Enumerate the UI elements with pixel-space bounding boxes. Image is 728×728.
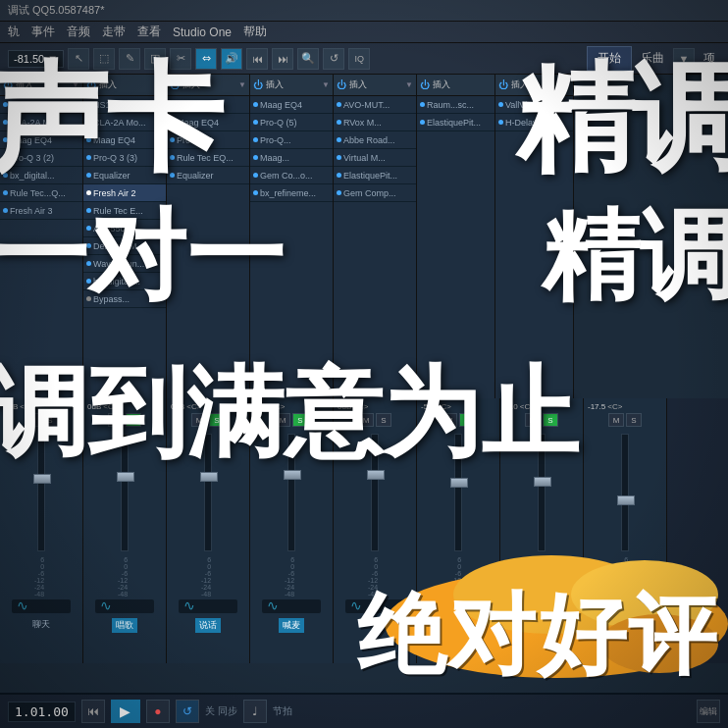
power-icon-1[interactable]: ⏻ — [3, 79, 13, 90]
expand-icon-4[interactable]: ▼ — [322, 80, 330, 89]
plugin-maag-4[interactable]: Maag... — [250, 149, 333, 167]
fader-track-7[interactable] — [538, 434, 546, 551]
power-icon-6[interactable]: ⏻ — [420, 79, 430, 90]
plugin-proq-4[interactable]: Pro-Q... — [250, 131, 333, 149]
plugin-bxdigital-1[interactable]: bx_digital... — [0, 167, 82, 184]
fader-handle-8[interactable] — [617, 495, 635, 505]
expand-icon-5[interactable]: ▼ — [405, 80, 413, 89]
mute-btn-6[interactable]: M — [442, 413, 457, 427]
iq-btn[interactable]: IQ — [348, 48, 370, 70]
fader-track-2[interactable] — [121, 434, 129, 551]
plugin-cla2a-1[interactable]: CLA-2A Mo... — [0, 114, 82, 131]
power-icon-5[interactable]: ⏻ — [337, 79, 346, 90]
mute-btn-5[interactable]: M — [358, 413, 374, 427]
cursor-tool-btn[interactable]: ↖ — [68, 48, 89, 70]
plugin-bypass-2[interactable]: Bypass... — [83, 290, 166, 308]
fader-handle-2[interactable] — [117, 472, 134, 482]
fader-track-6[interactable] — [454, 434, 462, 551]
expand-icon-2[interactable]: ▼ — [155, 80, 163, 89]
solo-btn-2[interactable]: S — [126, 413, 141, 427]
search-btn[interactable]: 🔍 — [297, 48, 319, 70]
select-tool-btn[interactable]: ⬚ — [93, 48, 115, 70]
solo-btn-5[interactable]: S — [376, 413, 391, 427]
plugin-maageq4-2[interactable]: Maag EQ4 — [83, 131, 166, 149]
fader-track-3[interactable] — [204, 434, 212, 551]
plugin-waves-2[interactable]: Waves Tun... — [83, 255, 166, 273]
menu-item-audio[interactable]: 音频 — [67, 24, 90, 40]
fader-handle-6[interactable] — [450, 478, 468, 488]
plugin-ruletec-3[interactable]: Rule Tec EQ... — [167, 149, 249, 167]
fader-handle-5[interactable] — [367, 470, 385, 480]
plugin-ns1-3[interactable]: NS1 Mono — [167, 96, 249, 114]
solo-btn-3[interactable]: S — [209, 413, 225, 427]
mute-btn-7[interactable]: M — [525, 413, 541, 427]
plugin-virtualm-5[interactable]: Virtual M... — [334, 149, 416, 167]
plugin-raum-6[interactable]: Raum...sc... — [417, 96, 494, 114]
loop-btn[interactable]: ↺ — [323, 48, 344, 70]
power-icon-2[interactable]: ⏻ — [86, 79, 96, 90]
arrow-tool-btn[interactable]: ⇔ — [195, 48, 217, 70]
plugin-maageq4-1[interactable]: Maag EQ4 — [0, 131, 82, 149]
speaker-tool-btn[interactable]: 🔊 — [221, 48, 242, 70]
power-icon-3[interactable]: ⏻ — [170, 79, 180, 90]
plugin-maageq4-4[interactable]: Maag EQ4 — [250, 96, 333, 114]
eraser-tool-btn[interactable]: ◫ — [144, 48, 166, 70]
plugin-ruletece-2[interactable]: Rule Tec E... — [83, 202, 166, 220]
menu-item-track[interactable]: 轨 — [8, 24, 20, 40]
solo-btn-4[interactable]: S — [292, 413, 308, 427]
plugin-maageq4-3[interactable]: Maag EQ4 — [167, 114, 249, 131]
edit-btn[interactable]: 编辑 — [697, 700, 720, 723]
menu-item-view[interactable]: 查看 — [137, 24, 161, 40]
record-btn[interactable]: ● — [146, 700, 170, 723]
plugin-deesser-2[interactable]: DeEsser M... — [83, 237, 166, 255]
plugin-gemco-4[interactable]: Gem Co...o... — [250, 167, 333, 184]
plugin-ruletec-1[interactable]: Rule Tec...Q... — [0, 184, 82, 202]
mute-btn-2[interactable]: M — [108, 413, 124, 427]
plugin-proq5-4[interactable]: Pro-Q (5) — [250, 114, 333, 131]
pencil-tool-btn[interactable]: ✎ — [119, 48, 140, 70]
rewind-btn[interactable]: ⏮ — [81, 700, 105, 723]
plugin-gemcomp-5[interactable]: Gem Comp... — [334, 184, 416, 202]
dropdown-arrow[interactable]: ▼ — [673, 48, 695, 70]
menu-item-event[interactable]: 事件 — [31, 24, 55, 40]
plugin-proq3-1[interactable]: Pro-Q 3 (2) — [0, 149, 82, 167]
plugin-elastique-6[interactable]: ElastiquePit... — [417, 114, 494, 131]
plugin-ns1-1[interactable]: NS1 Mono — [0, 96, 82, 114]
plugin-bxref-4[interactable]: bx_refineme... — [250, 184, 333, 202]
menu-item-help[interactable]: 帮助 — [243, 24, 267, 40]
expand-icon-3[interactable]: ▼ — [238, 80, 246, 89]
expand-icon-1[interactable]: ▼ — [72, 80, 79, 89]
mute-btn-4[interactable]: M — [275, 413, 290, 427]
cut-tool-btn[interactable]: ✂ — [170, 48, 191, 70]
plugin-rvox-5[interactable]: RVox M... — [334, 114, 416, 131]
skip-fwd-btn[interactable]: ⏭ — [272, 48, 293, 70]
plugin-hdelay-7[interactable]: H-Delay Mil... — [495, 114, 573, 131]
plugin-api550a-2[interactable]: API-550A ... — [83, 220, 166, 237]
plugin-equalizer-3[interactable]: Equalizer — [167, 167, 249, 184]
mute-btn-3[interactable]: M — [191, 413, 207, 427]
solo-btn-1[interactable]: S — [42, 413, 58, 427]
plugin-elastique-5[interactable]: ElastiquePit... — [334, 167, 416, 184]
plugin-abberoad-5[interactable]: Abbe Road... — [334, 131, 416, 149]
fader-handle-1[interactable] — [33, 474, 51, 484]
solo-btn-8[interactable]: S — [626, 413, 642, 427]
mute-btn-1[interactable]: M — [25, 413, 40, 427]
play-btn[interactable]: ▶ — [111, 700, 140, 723]
fader-track-8[interactable] — [621, 434, 629, 551]
skip-back-btn[interactable]: ⏮ — [246, 48, 268, 70]
menu-item-transport[interactable]: 走带 — [102, 24, 126, 40]
fader-handle-3[interactable] — [200, 472, 218, 482]
fader-handle-4[interactable] — [284, 470, 301, 480]
menu-bar[interactable]: 轨 事件 音频 走带 查看 Studio One 帮助 — [0, 22, 728, 43]
fader-track-5[interactable] — [371, 434, 379, 551]
plugin-bxdigital-2[interactable]: bx_digital ... — [83, 273, 166, 290]
solo-btn-7[interactable]: S — [543, 413, 558, 427]
menu-item-studioone[interactable]: Studio One — [173, 26, 232, 39]
solo-btn-6[interactable]: S — [459, 413, 475, 427]
plugin-avomut-5[interactable]: AVO-MUT... — [334, 96, 416, 114]
plugin-proq3-2[interactable]: Pro-Q 3 (3) — [83, 149, 166, 167]
plugin-vallvi-7[interactable]: VallVi... — [495, 96, 573, 114]
plugin-ns1-2[interactable]: NS1 Mono — [83, 96, 166, 114]
start-btn[interactable]: 开始 — [587, 46, 632, 71]
fader-track-4[interactable] — [287, 434, 295, 551]
